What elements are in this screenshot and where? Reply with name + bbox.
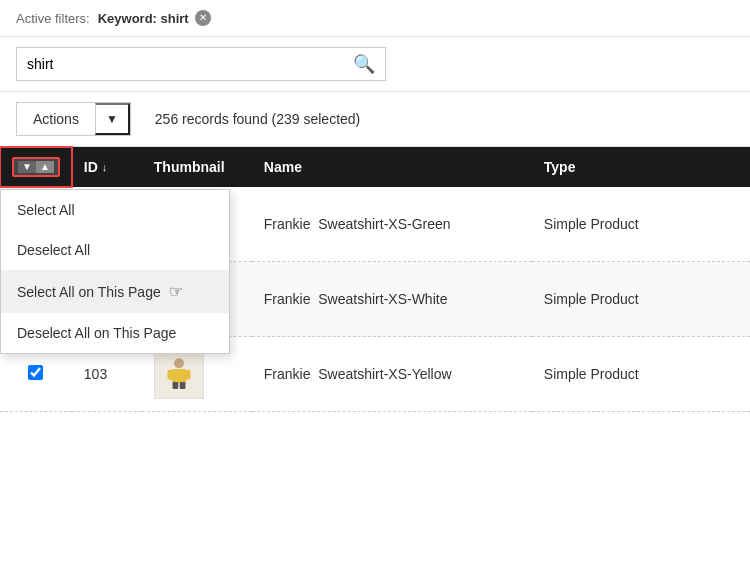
menu-item-select-all-label: Select All	[17, 202, 75, 218]
svg-point-0	[174, 358, 184, 368]
search-bar: 🔍	[0, 37, 750, 92]
svg-rect-3	[185, 370, 191, 380]
row-name: Frankie Sweatshirt-XS-Yellow	[252, 337, 532, 412]
active-filters-bar: Active filters: Keyword: shirt ✕	[0, 0, 750, 37]
search-input[interactable]	[17, 48, 385, 80]
row-type: Simple Product	[532, 337, 750, 412]
menu-item-deselect-page[interactable]: Deselect All on This Page	[1, 313, 229, 353]
id-sort: ID ↓	[84, 159, 130, 175]
menu-item-select-page-label: Select All on This Page	[17, 284, 161, 300]
id-sort-arrow: ↓	[102, 161, 108, 173]
checkbox-header-control[interactable]: ▼ ▲	[12, 157, 60, 177]
menu-item-select-page[interactable]: Select All on This Page ☞	[1, 270, 229, 313]
table-container: ▼ ▲ ID ↓ Thumbnail Name Type	[0, 147, 750, 412]
records-info: 256 records found (239 selected)	[155, 111, 360, 127]
name-col-header: Name	[252, 147, 532, 187]
filter-tag-text: Keyword: shirt	[98, 11, 189, 26]
actions-bar: Actions ▼ 256 records found (239 selecte…	[0, 92, 750, 147]
row-name: Frankie Sweatshirt-XS-White	[252, 262, 532, 337]
thumbnail-svg	[161, 356, 197, 392]
actions-dropdown: Actions ▼	[16, 102, 131, 136]
id-col-header: ID ↓	[72, 147, 142, 187]
menu-item-deselect-all-label: Deselect All	[17, 242, 90, 258]
svg-rect-1	[172, 369, 186, 383]
search-input-wrap: 🔍	[16, 47, 386, 81]
filter-tag: Keyword: shirt ✕	[98, 10, 211, 26]
actions-arrow-icon: ▼	[106, 112, 118, 126]
row-name: Frankie Sweatshirt-XS-Green	[252, 187, 532, 262]
sort-up-button[interactable]: ▲	[36, 161, 54, 173]
actions-arrow-button[interactable]: ▼	[95, 103, 130, 135]
menu-item-select-all[interactable]: Select All	[1, 190, 229, 230]
actions-label[interactable]: Actions	[17, 103, 95, 135]
checkbox-col-header: ▼ ▲	[0, 147, 72, 187]
row-type: Simple Product	[532, 262, 750, 337]
menu-item-deselect-all[interactable]: Deselect All	[1, 230, 229, 270]
svg-rect-4	[172, 382, 178, 389]
search-icon: 🔍	[353, 53, 375, 75]
thumbnail-image	[154, 349, 204, 399]
svg-rect-2	[167, 370, 173, 380]
type-col-header: Type	[532, 147, 750, 187]
row-checkbox[interactable]	[28, 365, 43, 380]
svg-rect-5	[180, 382, 186, 389]
table-header-row: ▼ ▲ ID ↓ Thumbnail Name Type	[0, 147, 750, 187]
thumbnail-col-header: Thumbnail	[142, 147, 252, 187]
sort-down-button[interactable]: ▼	[18, 161, 36, 173]
active-filters-label: Active filters:	[16, 11, 90, 26]
row-type: Simple Product	[532, 187, 750, 262]
cursor-icon: ☞	[169, 282, 183, 301]
filter-close-button[interactable]: ✕	[195, 10, 211, 26]
id-label: ID	[84, 159, 98, 175]
menu-item-deselect-page-label: Deselect All on This Page	[17, 325, 176, 341]
checkbox-dropdown-menu: Select All Deselect All Select All on Th…	[0, 189, 230, 354]
